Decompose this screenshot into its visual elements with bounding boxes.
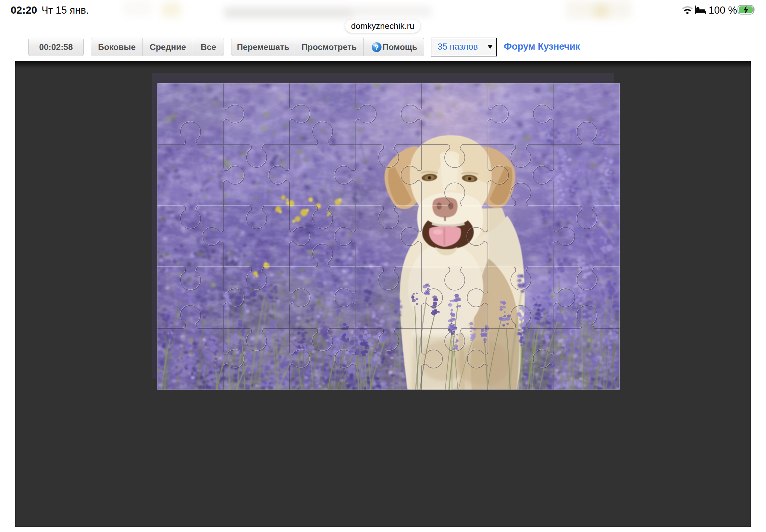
svg-text:?: ?: [374, 43, 379, 51]
